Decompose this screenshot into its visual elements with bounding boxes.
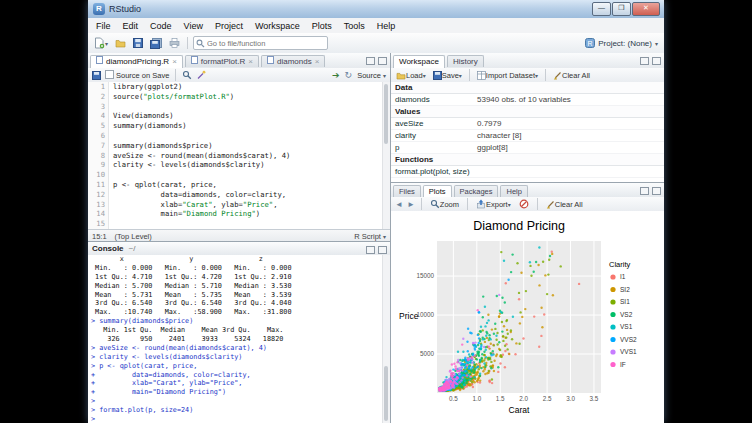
menu-plots[interactable]: Plots xyxy=(306,19,338,33)
next-plot-button[interactable]: ► xyxy=(407,200,415,209)
menu-tools[interactable]: Tools xyxy=(338,19,371,33)
run-button[interactable]: ➔ xyxy=(332,70,340,80)
console-line: > summary(diamonds$price) xyxy=(91,317,390,326)
scope-indicator[interactable]: (Top Level) xyxy=(115,232,152,241)
close-button[interactable]: ✕ xyxy=(632,2,660,16)
scrollbar-thumb[interactable] xyxy=(384,84,388,144)
menu-file[interactable]: File xyxy=(90,19,117,33)
tab-label: Plots xyxy=(429,187,446,196)
minimize-pane-icon[interactable] xyxy=(366,57,375,65)
tab-workspace[interactable]: Workspace xyxy=(393,55,445,68)
toolbar-divider xyxy=(175,69,176,81)
find-replace-icon[interactable] xyxy=(182,70,192,80)
source-on-save-checkbox[interactable]: Source on Save xyxy=(105,70,169,80)
minimize-button[interactable]: — xyxy=(592,2,611,16)
toolbar-divider xyxy=(537,198,538,210)
menu-edit[interactable]: Edit xyxy=(117,19,145,33)
code-text: summary(diamonds$price) xyxy=(109,141,213,151)
maximize-pane-icon[interactable] xyxy=(378,57,387,65)
menu-workspace[interactable]: Workspace xyxy=(249,19,306,33)
editor-scrollbar[interactable] xyxy=(382,82,390,229)
magnifier-icon xyxy=(430,199,440,209)
titlebar[interactable]: R RStudio — ❐ ✕ xyxy=(88,0,664,19)
code-text: source("plots/formatPlot.R") xyxy=(109,92,234,102)
save-all-button[interactable] xyxy=(148,37,164,50)
save-workspace-button[interactable]: Save▾ xyxy=(431,70,464,81)
maximize-pane-icon[interactable] xyxy=(378,246,387,254)
previous-plot-button[interactable]: ◄ xyxy=(395,200,403,209)
workspace-object-row[interactable]: diamonds53940 obs. of 10 variables xyxy=(391,94,664,106)
tab-packages[interactable]: Packages xyxy=(454,185,499,197)
minimize-pane-icon[interactable] xyxy=(366,246,375,254)
tab-diamonds[interactable]: diamonds× xyxy=(261,55,325,67)
legend-label-VVS2: VVS2 xyxy=(620,336,637,343)
console-line: > p <- qplot(carat, price, xyxy=(91,362,390,371)
menu-help[interactable]: Help xyxy=(371,19,402,33)
menu-code[interactable]: Code xyxy=(144,19,178,33)
window-title: RStudio xyxy=(109,4,141,14)
x-tick-label: 1.5 xyxy=(496,395,505,402)
r-file-icon xyxy=(191,56,198,64)
export-label: Export xyxy=(486,200,508,209)
open-file-button[interactable] xyxy=(113,37,128,49)
legend-label-VS1: VS1 xyxy=(620,323,633,330)
line-number: 15 xyxy=(88,219,109,229)
workspace-object-row[interactable]: aveSize0.7979 xyxy=(391,118,664,130)
code-tools-wand-icon[interactable] xyxy=(196,70,206,80)
goto-file-search[interactable] xyxy=(193,36,328,50)
main-area: diamondPricing.R×formatPlot.R×diamonds× … xyxy=(88,53,664,423)
menu-view[interactable]: View xyxy=(178,19,209,33)
save-icon[interactable] xyxy=(92,71,101,80)
object-name: aveSize xyxy=(395,119,477,128)
maximize-pane-icon[interactable] xyxy=(652,57,661,65)
console-path[interactable]: ~/ xyxy=(129,244,136,253)
console-line: Min. : 0.000 Min. : 0.000 Min. : 0.000 xyxy=(91,264,390,273)
tab-diamondpricing-r[interactable]: diamondPricing.R× xyxy=(90,55,183,68)
minimize-pane-icon[interactable] xyxy=(640,57,649,65)
letterbox: R RStudio — ❐ ✕ FileEditCodeViewProjectW… xyxy=(0,0,752,423)
console-line: 3rd Qu.: 6.540 3rd Qu.: 6.540 3rd Qu.: 4… xyxy=(91,299,390,308)
tab-formatplot-r[interactable]: formatPlot.R× xyxy=(185,55,259,67)
workspace-object-row[interactable]: claritycharacter [8] xyxy=(391,130,664,142)
menu-project[interactable]: Project xyxy=(209,19,249,33)
close-tab-icon[interactable]: × xyxy=(172,57,177,66)
tab-help[interactable]: Help xyxy=(500,185,527,197)
scrollbar-thumb[interactable] xyxy=(384,366,388,421)
rerun-button[interactable]: ↻ xyxy=(345,70,353,80)
minimize-pane-icon[interactable] xyxy=(640,187,649,195)
source-button[interactable]: Source ▾ xyxy=(357,71,386,80)
clear-plots-button[interactable]: Clear All xyxy=(544,199,585,210)
clear-workspace-button[interactable]: Clear All xyxy=(551,70,592,81)
console-scrollbar[interactable] xyxy=(382,255,390,423)
code-editor[interactable]: 1library(ggplot2)2source("plots/formatPl… xyxy=(88,82,390,229)
workspace-object-row[interactable]: format.plot(plot, size) xyxy=(391,166,664,178)
console-output[interactable]: x y z Min. : 0.000 Min. : 0.000 Min. : 0… xyxy=(88,255,390,423)
print-button[interactable] xyxy=(167,37,182,49)
zoom-plot-button[interactable]: Zoom xyxy=(428,198,461,210)
new-file-button[interactable]: ▾ xyxy=(92,36,110,50)
close-tab-icon[interactable]: × xyxy=(248,57,253,66)
code-line: 3 xyxy=(88,102,390,112)
export-plot-button[interactable]: Export▾ xyxy=(474,198,513,210)
workspace-object-row[interactable]: pggplot[8] xyxy=(391,142,664,154)
save-button[interactable] xyxy=(131,37,145,49)
import-dataset-button[interactable]: Import Dataset▾ xyxy=(475,70,540,81)
tab-history[interactable]: History xyxy=(447,55,484,67)
maximize-button[interactable]: ❐ xyxy=(612,2,631,16)
goto-file-input[interactable] xyxy=(193,36,328,50)
load-workspace-button[interactable]: Load▾ xyxy=(394,70,428,81)
save-icon xyxy=(433,71,442,80)
object-value: ggplot[8] xyxy=(477,143,508,152)
console-line: Min. 1st Qu. Median Mean 3rd Qu. Max. xyxy=(91,326,390,335)
plots-tabstrip: FilesPlotsPackagesHelp xyxy=(391,183,664,198)
remove-plot-button[interactable] xyxy=(517,198,531,210)
zoom-label: Zoom xyxy=(440,200,459,209)
console-pane: Console ~/ x y z Min. : 0.000 Min. : 0.0… xyxy=(88,241,390,423)
close-tab-icon[interactable]: × xyxy=(315,57,320,66)
project-selector[interactable]: R Project: (None) ▾ xyxy=(585,38,658,48)
code-line: 7summary(diamonds$price) xyxy=(88,141,390,151)
maximize-pane-icon[interactable] xyxy=(652,187,661,195)
file-type-selector[interactable]: R Script ▾ xyxy=(354,232,386,241)
print-icon xyxy=(169,38,180,48)
tab-files[interactable]: Files xyxy=(393,185,421,197)
